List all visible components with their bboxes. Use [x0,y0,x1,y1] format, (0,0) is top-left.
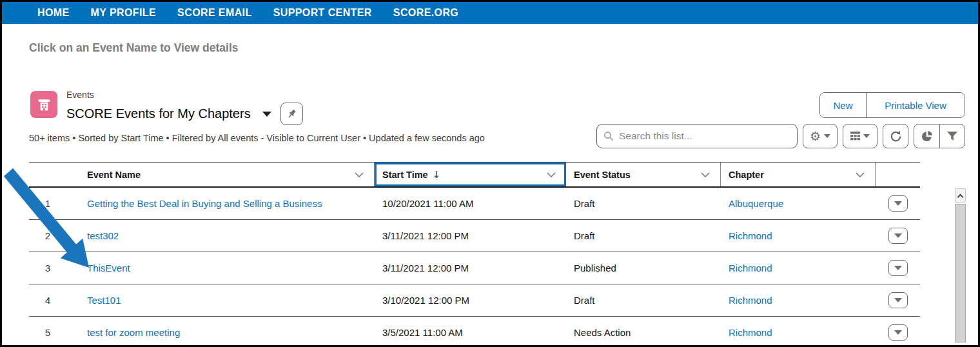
column-label: Start Time [382,170,428,180]
chapter-link[interactable]: Richmond [729,295,772,306]
column-header-actions [876,163,920,186]
vertical-scrollbar[interactable] [955,188,966,342]
pie-chart-icon [921,130,933,143]
filter-button[interactable] [939,124,965,148]
nav-item-my-profile[interactable]: MY PROFILE [91,7,157,19]
refresh-icon [890,130,902,143]
scroll-up-button[interactable] [955,188,966,203]
event-name-link[interactable]: Test101 [87,295,121,306]
pin-list-button[interactable] [280,103,303,125]
scrollbar-thumb[interactable] [955,204,966,342]
row-number: 1 [29,188,66,219]
list-toolbar: ⚙ [596,124,965,148]
printable-view-button[interactable]: Printable View [867,93,965,117]
nav-item-score-email[interactable]: SCORE EMAIL [177,7,252,19]
caret-down-icon [894,201,902,206]
new-button[interactable]: New [820,93,867,117]
start-time-cell: 3/11/2021 12:00 PM [375,220,566,252]
search-box[interactable] [596,124,798,148]
row-number: 3 [29,252,66,284]
chevron-down-icon[interactable] [547,172,556,177]
search-icon [603,131,614,141]
chevron-down-icon[interactable] [856,172,865,177]
column-header-start-time[interactable]: Start Time ↓ [375,163,566,186]
entity-label: Events [66,90,94,100]
start-time-cell: 3/11/2021 12:00 PM [375,252,566,284]
chevron-down-icon[interactable] [701,172,710,177]
table-body: 1 Getting the Best Deal in Buying and Se… [29,188,920,347]
chapter-link[interactable]: Richmond [729,263,772,273]
event-name-link[interactable]: ThisEvent [87,263,130,273]
caret-down-icon [894,298,902,302]
search-input[interactable] [619,130,790,142]
list-summary: 50+ items • Sorted by Start Time • Filte… [29,133,485,143]
event-status-cell: Draft [566,284,721,316]
caret-down-icon [894,330,902,335]
chapter-link[interactable]: Richmond [729,327,772,338]
event-status-cell: Draft [566,188,721,219]
column-header-row-number [29,163,66,186]
chevron-up-icon [957,193,964,200]
pushpin-icon [286,108,297,119]
start-time-cell: 3/5/2021 11:00 AM [375,317,566,347]
top-nav: HOME MY PROFILE SCORE EMAIL SUPPORT CENT… [2,2,978,24]
event-status-cell: Published [566,252,721,284]
table-row: 5 test for zoom meeting 3/5/2021 11:00 A… [29,317,920,347]
column-label: Event Name [87,170,141,180]
event-name-link[interactable]: test for zoom meeting [87,327,180,338]
table-row: 2 test302 3/11/2021 12:00 PM Draft Richm… [29,220,920,252]
event-status-cell: Draft [566,220,721,252]
gear-icon: ⚙ [810,130,821,143]
column-header-event-name[interactable]: Event Name [66,163,375,186]
row-actions-button[interactable] [888,260,908,276]
column-header-event-status[interactable]: Event Status [566,163,721,186]
chapter-link[interactable]: Richmond [729,230,772,241]
page: HOME MY PROFILE SCORE EMAIL SUPPORT CENT… [0,0,980,347]
start-time-cell: 3/10/2021 12:00 PM [375,284,566,316]
event-status-cell: Needs Action [566,317,721,347]
building-icon [35,96,53,114]
table-row: 4 Test101 3/10/2021 12:00 PM Draft Richm… [29,284,920,317]
row-number: 5 [29,317,66,347]
row-number: 2 [29,220,66,252]
caret-down-icon [894,266,902,270]
caret-down-icon [824,134,830,138]
list-actions: New Printable View [819,92,965,118]
chapter-link[interactable]: Albuquerque [729,198,783,209]
start-time-cell: 10/20/2021 11:00 AM [375,188,566,219]
column-label: Event Status [574,170,631,180]
list-view-selector-caret-icon[interactable] [262,112,271,117]
nav-item-score-org[interactable]: SCORE.ORG [393,7,458,19]
nav-item-support-center[interactable]: SUPPORT CENTER [273,7,372,19]
charts-button[interactable] [914,124,939,148]
list-settings-button[interactable]: ⚙ [803,124,838,148]
row-actions-button[interactable] [888,228,908,244]
filter-funnel-icon [946,131,958,141]
nav-item-home[interactable]: HOME [37,7,70,19]
column-label: Chapter [729,170,764,180]
caret-down-icon [863,134,870,138]
list-view-title: SCORE Events for My Chapters [66,106,251,121]
table-row: 1 Getting the Best Deal in Buying and Se… [29,188,920,220]
row-actions-button[interactable] [888,292,908,308]
refresh-button[interactable] [883,124,908,148]
sort-descending-icon: ↓ [433,169,441,181]
event-name-link[interactable]: test302 [87,230,119,241]
table-view-icon [850,132,860,141]
instruction-text: Click on an Event Name to View details [29,41,239,55]
chart-filter-group [914,124,965,148]
chevron-down-icon[interactable] [355,172,364,177]
row-number: 4 [29,284,66,316]
row-actions-button[interactable] [888,195,908,212]
table-row: 3 ThisEvent 3/11/2021 12:00 PM Published… [29,252,920,284]
display-as-button[interactable] [843,124,877,148]
row-actions-button[interactable] [888,324,908,341]
event-name-link[interactable]: Getting the Best Deal in Buying and Sell… [87,198,322,209]
column-header-chapter[interactable]: Chapter [721,163,876,186]
caret-down-icon [894,233,902,238]
events-object-icon [30,91,57,118]
events-table: Event Name Start Time ↓ Event Status Ch [29,162,920,347]
table-header-row: Event Name Start Time ↓ Event Status Ch [29,162,920,188]
